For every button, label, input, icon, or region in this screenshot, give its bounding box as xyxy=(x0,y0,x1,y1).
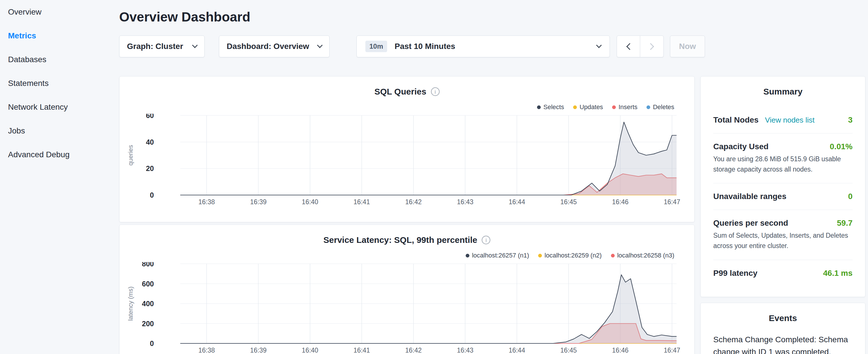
time-next-button[interactable] xyxy=(640,35,664,57)
y-tick-label: 200 xyxy=(142,320,154,328)
service-latency-chart-card: Service Latency: SQL, 99th percentile i … xyxy=(119,225,694,354)
summary-subtext: You are using 28.6 MiB of 515.9 GiB usab… xyxy=(713,154,852,174)
summary-title: Summary xyxy=(713,87,852,97)
chart-header: SQL Queries i xyxy=(120,87,694,97)
events-title: Events xyxy=(713,313,852,323)
sidebar-item-databases[interactable]: Databases xyxy=(0,47,119,71)
legend-label: localhost:26259 (n2) xyxy=(545,252,601,259)
series-area xyxy=(180,122,677,195)
chart-header: Service Latency: SQL, 99th percentile i xyxy=(120,235,694,245)
x-tick-label: 16:43 xyxy=(457,198,473,206)
sidebar: Overview Metrics Databases Statements Ne… xyxy=(0,0,119,354)
events-card: Events Schema Change Completed: Schema c… xyxy=(700,303,865,354)
x-tick-label: 16:43 xyxy=(457,347,473,354)
x-tick-label: 16:47 xyxy=(664,347,680,354)
legend-item[interactable]: localhost:26257 (n1) xyxy=(466,252,529,259)
legend-item[interactable]: Selects xyxy=(537,103,564,111)
x-tick-label: 16:41 xyxy=(353,347,370,354)
summary-row-capacity-used: Capacity Used 0.01% You are using 28.6 M… xyxy=(713,133,852,183)
y-axis-unit-label: queries xyxy=(127,145,134,165)
dashboard-dropdown-label: Dashboard: Overview xyxy=(227,42,309,51)
x-tick-label: 16:42 xyxy=(405,198,422,206)
chevron-down-icon xyxy=(192,42,198,48)
chevron-down-icon xyxy=(317,42,323,48)
graph-dropdown[interactable]: Graph: Cluster xyxy=(119,35,205,57)
time-range-badge: 10m xyxy=(365,41,387,52)
dashboard-dropdown[interactable]: Dashboard: Overview xyxy=(219,35,330,57)
x-tick-label: 16:40 xyxy=(302,347,318,354)
sidebar-item-label: Jobs xyxy=(8,126,25,135)
x-tick-label: 16:41 xyxy=(353,198,370,206)
x-tick-label: 16:40 xyxy=(302,198,318,206)
now-button[interactable]: Now xyxy=(670,35,705,57)
y-tick-label: 60 xyxy=(146,114,154,120)
summary-row-unavailable-ranges: Unavailable ranges 0 xyxy=(713,183,852,210)
y-tick-label: 40 xyxy=(146,138,154,146)
y-tick-label: 0 xyxy=(150,191,154,199)
time-prev-button[interactable] xyxy=(617,35,640,57)
sidebar-item-advanced-debug[interactable]: Advanced Debug xyxy=(0,142,119,166)
y-axis-unit-label: latency (ms) xyxy=(127,286,134,321)
chart-title: Service Latency: SQL, 99th percentile xyxy=(323,235,477,245)
legend-label: Deletes xyxy=(653,103,674,111)
sidebar-item-label: Statements xyxy=(8,79,49,88)
summary-label: Capacity Used xyxy=(713,142,769,151)
info-icon[interactable]: i xyxy=(482,236,490,244)
view-nodes-list-link[interactable]: View nodes list xyxy=(765,116,815,124)
legend-item[interactable]: Updates xyxy=(573,103,603,111)
time-range-selector[interactable]: 10m Past 10 Minutes xyxy=(356,35,610,57)
legend-dot-icon xyxy=(537,105,541,109)
sidebar-item-statements[interactable]: Statements xyxy=(0,71,119,95)
sidebar-item-network-latency[interactable]: Network Latency xyxy=(0,95,119,119)
x-tick-label: 16:45 xyxy=(560,198,577,206)
y-tick-label: 800 xyxy=(142,262,154,268)
legend-dot-icon xyxy=(573,105,577,109)
chart-legend: SelectsUpdatesInsertsDeletes xyxy=(537,103,674,111)
x-tick-label: 16:47 xyxy=(664,198,680,206)
chevron-down-icon xyxy=(596,42,602,48)
sidebar-item-metrics[interactable]: Metrics xyxy=(0,24,119,47)
chevron-left-icon xyxy=(626,43,633,50)
legend-dot-icon xyxy=(466,254,469,257)
summary-value: 0.01% xyxy=(830,142,852,151)
sidebar-item-label: Network Latency xyxy=(8,102,68,112)
sidebar-item-jobs[interactable]: Jobs xyxy=(0,119,119,142)
event-text: Schema Change Completed: Schema change w… xyxy=(713,333,852,354)
legend-label: localhost:26257 (n1) xyxy=(472,252,529,259)
time-range-label: Past 10 Minutes xyxy=(395,42,455,51)
legend-item[interactable]: localhost:26258 (n3) xyxy=(611,252,674,259)
chart-title: SQL Queries xyxy=(374,87,426,97)
legend-label: localhost:26258 (n3) xyxy=(617,252,674,259)
legend-dot-icon xyxy=(611,254,615,257)
sidebar-item-label: Overview xyxy=(8,7,41,17)
page-title: Overview Dashboard xyxy=(119,9,710,25)
legend-item[interactable]: Deletes xyxy=(647,103,674,111)
series-line-selects xyxy=(180,122,677,195)
summary-label: Unavailable ranges xyxy=(713,192,786,201)
summary-row-total-nodes: Total Nodes View nodes list 3 xyxy=(713,107,852,133)
summary-subtext: Sum of Selects, Updates, Inserts, and De… xyxy=(713,231,852,251)
legend-item[interactable]: localhost:26259 (n2) xyxy=(538,252,601,259)
sidebar-item-label: Metrics xyxy=(8,31,36,40)
info-icon[interactable]: i xyxy=(431,87,440,96)
legend-label: Selects xyxy=(543,103,564,111)
charts-column: SQL Queries i SelectsUpdatesInsertsDelet… xyxy=(119,76,694,354)
x-tick-label: 16:39 xyxy=(250,198,267,206)
legend-dot-icon xyxy=(647,105,650,109)
summary-card: Summary Total Nodes View nodes list 3 Ca… xyxy=(700,76,865,297)
time-step-buttons xyxy=(617,35,664,57)
legend-item[interactable]: Inserts xyxy=(612,103,637,111)
summary-label: Total Nodes xyxy=(713,116,758,124)
legend-label: Updates xyxy=(580,103,603,111)
service-latency-chart[interactable]: 020040060080016:3816:3916:4016:4116:4216… xyxy=(120,262,694,354)
sidebar-item-label: Databases xyxy=(8,55,46,64)
x-tick-label: 16:42 xyxy=(405,347,422,354)
legend-dot-icon xyxy=(538,254,542,257)
sidebar-item-overview[interactable]: Overview xyxy=(0,0,119,24)
x-tick-label: 16:46 xyxy=(612,347,629,354)
event-item[interactable]: Schema Change Completed: Schema change w… xyxy=(713,333,852,354)
legend-dot-icon xyxy=(612,105,616,109)
chevron-right-icon xyxy=(647,43,654,50)
sql-queries-chart[interactable]: 020406016:3816:3916:4016:4116:4216:4316:… xyxy=(120,114,694,208)
legend-label: Inserts xyxy=(618,103,637,111)
